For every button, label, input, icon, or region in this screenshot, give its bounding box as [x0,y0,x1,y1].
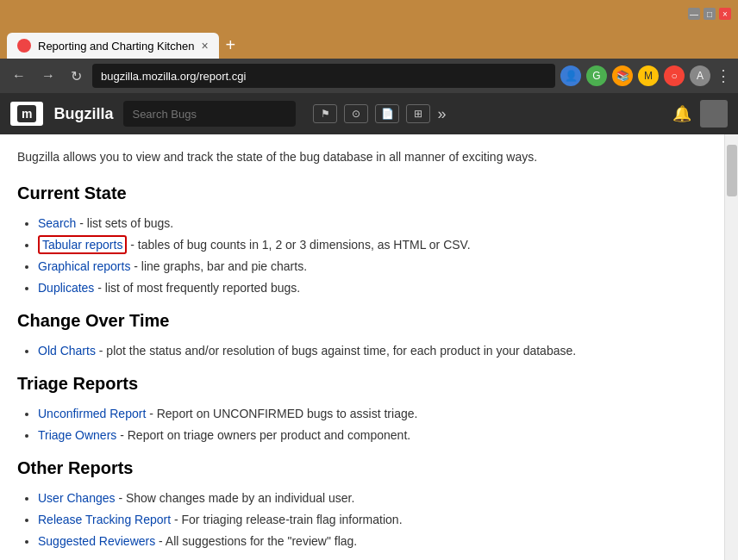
search-link[interactable]: Search [38,216,76,230]
current-state-list: Search - list sets of bugs. Tabular repo… [38,215,707,297]
list-item: Search - list sets of bugs. [38,215,707,233]
old-charts-description: - plot the status and/or resolution of b… [96,344,576,358]
triage-owners-link[interactable]: Triage Owners [38,428,116,442]
window-minimize-button[interactable]: — [688,8,700,20]
user-changes-link[interactable]: User Changes [38,491,116,505]
bugzilla-icon-search[interactable]: ⊙ [344,104,368,123]
refresh-button[interactable]: ↻ [66,65,87,88]
bugzilla-nav-icons: ⚑ ⊙ 📄 ⊞ » [313,104,446,123]
user-changes-description: - Show changes made by an individual use… [116,491,355,505]
nav-icon-user[interactable]: 👤 [560,65,581,86]
list-item: Graphical reports - line graphs, bar and… [38,258,707,276]
release-tracking-link[interactable]: Release Tracking Report [38,513,171,526]
forward-button[interactable]: → [36,65,60,87]
suggested-reviewers-description: - All suggestions for the "review" flag. [155,534,357,548]
main-content: Bugzilla allows you to view and track th… [0,134,724,560]
nav-icon-mail[interactable]: M [638,65,659,86]
release-tracking-description: - For triaging release-train flag inform… [171,513,402,526]
bugzilla-right-icons: 🔔 [672,100,728,128]
bugzilla-toolbar: m Bugzilla ⚑ ⊙ 📄 ⊞ » 🔔 [0,93,738,134]
window-controls: — □ × [688,8,731,20]
triage-reports-heading: Triage Reports [17,370,707,396]
list-item: User Changes - Show changes made by an i… [38,489,707,507]
bugzilla-more-button[interactable]: » [437,105,446,123]
current-state-heading: Current State [17,180,707,206]
tabular-reports-link[interactable]: Tabular reports [38,235,127,254]
scrollbar[interactable] [724,134,738,560]
active-tab[interactable]: Reporting and Charting Kitchen × [7,33,219,59]
list-item: Tabular reports - tables of bug counts i… [38,236,707,254]
address-bar[interactable] [92,64,555,88]
nav-icon-bookmark[interactable]: 📚 [612,65,633,86]
scrollbar-thumb[interactable] [727,145,737,196]
graphical-reports-link[interactable]: Graphical reports [38,259,130,273]
logo-m: m [17,105,36,122]
triage-reports-list: Unconfirmed Report - Report on UNCONFIRM… [38,405,707,445]
old-charts-link[interactable]: Old Charts [38,344,96,358]
list-item: Triage Owners - Report on triage owners … [38,426,707,445]
notification-bell-icon[interactable]: 🔔 [672,104,691,123]
tab-favicon [17,39,31,53]
duplicates-description: - list of most frequently reported bugs. [94,281,300,295]
bugzilla-icon-file[interactable]: 📄 [375,104,399,123]
tabular-reports-description: - tables of bug counts in 1, 2 or 3 dime… [127,238,470,252]
bugzilla-search-input[interactable] [123,101,296,127]
change-over-time-list: Old Charts - plot the status and/or reso… [38,342,707,360]
change-over-time-heading: Change Over Time [17,308,707,333]
back-button[interactable]: ← [7,65,31,87]
bugzilla-icon-flag[interactable]: ⚑ [313,104,337,123]
other-reports-heading: Other Reports [17,455,707,481]
search-description: - list sets of bugs. [76,216,173,230]
list-item: Unconfirmed Report - Report on UNCONFIRM… [38,405,707,423]
tab-close-button[interactable]: × [201,39,208,53]
intro-text: Bugzilla allows you to view and track th… [17,148,707,166]
tab-bar: Reporting and Charting Kitchen × + [0,28,738,59]
bugzilla-title: Bugzilla [53,105,113,123]
other-reports-list: User Changes - Show changes made by an i… [38,489,707,551]
list-item: Old Charts - plot the status and/or reso… [38,342,707,360]
triage-owners-description: - Report on triage owners per product an… [116,428,410,442]
user-avatar[interactable] [700,100,728,128]
bugzilla-icon-grid[interactable]: ⊞ [406,104,430,123]
nav-icons: 👤 G 📚 M ○ A ⋮ [560,65,731,86]
suggested-reviewers-link[interactable]: Suggested Reviewers [38,534,155,548]
window-maximize-button[interactable]: □ [704,8,716,20]
nav-icon-g[interactable]: G [586,65,607,86]
unconfirmed-report-link[interactable]: Unconfirmed Report [38,407,146,420]
list-item: Suggested Reviewers - All suggestions fo… [38,532,707,551]
new-tab-button[interactable]: + [219,32,243,59]
unconfirmed-report-description: - Report on UNCONFIRMED bugs to assist t… [146,407,417,420]
nav-icon-account[interactable]: A [690,65,710,86]
title-bar: — □ × [0,0,738,28]
list-item: Release Tracking Report - For triaging r… [38,511,707,529]
nav-bar: ← → ↻ 👤 G 📚 M ○ A ⋮ [0,59,738,93]
nav-more-button[interactable]: ⋮ [716,66,731,85]
list-item: Duplicates - list of most frequently rep… [38,279,707,297]
tab-title: Reporting and Charting Kitchen [38,40,194,53]
graphical-reports-description: - line graphs, bar and pie charts. [130,259,307,273]
bugzilla-logo[interactable]: m [10,102,43,126]
nav-icon-red[interactable]: ○ [664,65,685,86]
window-close-button[interactable]: × [719,8,731,20]
content-wrapper: Bugzilla allows you to view and track th… [0,134,738,560]
duplicates-link[interactable]: Duplicates [38,281,94,295]
